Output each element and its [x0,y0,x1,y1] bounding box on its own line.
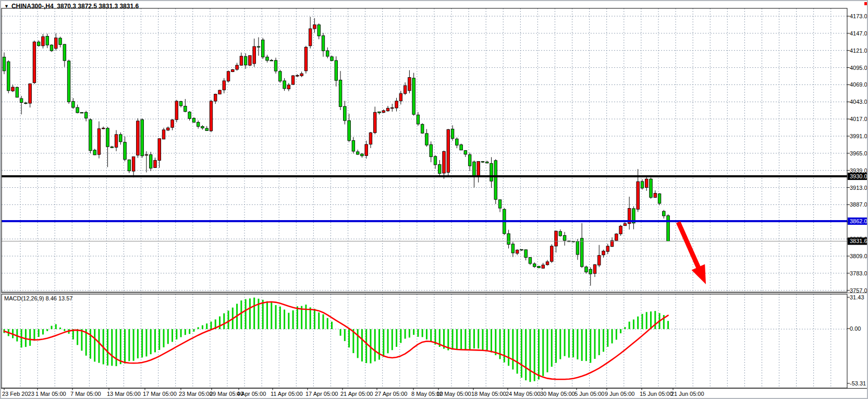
time-axis-label: 11 Apr 05:00 [271,391,303,397]
macd-bar [607,329,608,347]
macd-bar [456,329,458,349]
candle-up [54,38,57,49]
candle-down [16,87,18,97]
candle-down [378,112,381,113]
candle-up [132,156,135,171]
candle-up [598,256,601,265]
macd-bar [612,329,613,343]
candle-up [369,132,372,144]
macd-bar [90,329,91,359]
candle-up [167,128,170,130]
candle-down [585,267,588,272]
macd-bar [94,329,95,361]
macd-bar [245,299,247,329]
macd-bar [210,322,212,329]
candle-down [356,152,359,154]
candle-up [249,56,252,66]
macd-bar [163,329,164,347]
macd-bar [310,307,311,329]
candle-up [296,76,299,77]
macd-bar [603,329,604,352]
candle-down [274,61,277,71]
macd-bar [469,329,471,349]
candle-down [106,128,109,147]
macd-bar [598,329,600,355]
time-axis-label: 24 May 05:00 [506,391,541,397]
candle-down [80,113,83,113]
candle-down [421,124,424,133]
candle-down [339,80,342,106]
macd-bar [198,327,199,329]
candle-down [589,269,592,274]
candle-up [175,101,178,119]
macd-bar [262,300,264,329]
candle-up [365,144,368,156]
macd-bar [81,329,82,350]
candle-down [667,216,670,241]
price-axis-label: 3887.0 [850,201,867,208]
price-axis-label: 3757.0 [850,287,867,294]
candle-up [210,101,213,131]
chart-canvas[interactable]: 3757.03783.03809.03835.03861.03887.03913… [1,1,868,399]
chart-title-text: CHINA300-,H4 3870.3 3872.5 3831.3 3831.6 [11,3,139,10]
candle-up [408,78,411,91]
candle-down [335,61,338,80]
candle-down [352,140,355,151]
candle-down [20,99,23,103]
chevron-down-icon[interactable]: ▼ [4,4,9,9]
macd-bar [137,329,139,358]
candle-up [399,93,402,101]
candle-up [11,87,15,91]
time-axis-label: 17 Mar 05:00 [143,391,177,397]
candle-up [555,231,558,246]
candle-down [270,61,273,61]
macd-bar [650,311,652,329]
candle-up [145,154,148,155]
candle-down [460,144,463,150]
candle-up [395,101,398,108]
time-axis-label: 27 Apr 05:00 [375,391,407,397]
time-axis-label: 1 Mar 05:00 [35,391,66,397]
candle-up [602,251,605,255]
macd-bar [525,329,527,380]
macd-bar [409,329,410,337]
price-axis-label: 3991.0 [850,133,867,139]
time-axis-label: 9 Jun 05:00 [605,391,635,397]
candle-up [287,85,290,89]
candle-down [559,232,562,236]
macd-bar [240,300,242,329]
candle-up [313,25,316,29]
candle-down [179,102,182,106]
macd-bar [145,329,147,356]
candle-down [563,235,566,240]
candle-down [430,144,433,156]
candle-up [619,226,622,234]
macd-bar [577,329,578,359]
macd-bar [249,298,251,329]
macd-bar [206,323,207,329]
price-axis-label: 4147.0 [850,30,867,37]
candle-down [141,119,144,156]
candle-down [63,44,66,61]
macd-bar [383,329,384,357]
macd-bar [392,329,393,350]
time-axis-label: 21 Apr 05:00 [340,391,373,397]
candle-up [516,250,519,253]
macd-bar [590,329,591,363]
candle-down [59,38,62,45]
candle-up [218,90,222,94]
candle-down [119,135,123,142]
candle-down [438,164,442,173]
candle-down [192,118,195,123]
macd-bar [77,329,78,345]
macd-bar [55,324,57,329]
price-axis-label: 3913.0 [850,185,867,191]
macd-bar [517,329,518,373]
candle-down [261,40,264,57]
candle-up [253,46,256,64]
candle-up [236,65,239,69]
candle-down [498,200,502,208]
candle-down [124,142,127,160]
candle-down [456,139,459,145]
candle-down [658,194,661,203]
